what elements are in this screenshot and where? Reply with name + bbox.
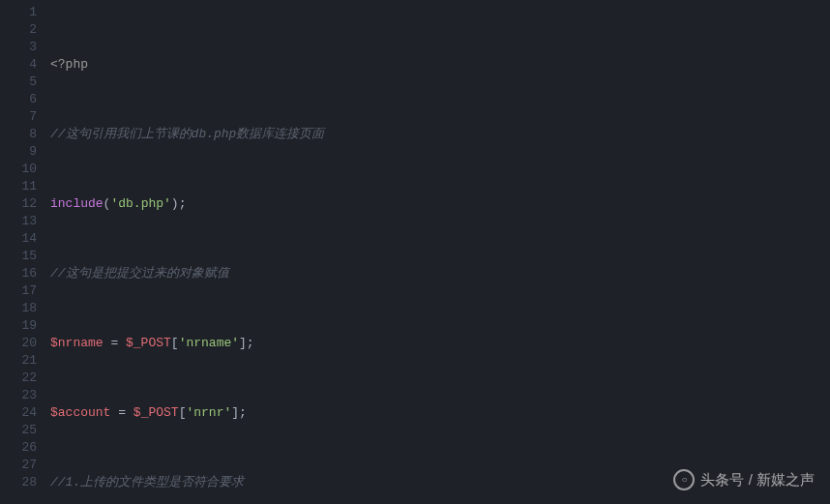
line-number: 3 xyxy=(0,39,37,56)
line-number: 8 xyxy=(0,126,37,143)
line-number: 6 xyxy=(0,91,37,108)
line-number: 23 xyxy=(0,387,37,404)
line-number: 20 xyxy=(0,335,37,352)
line-number: 7 xyxy=(0,108,37,126)
line-number: 22 xyxy=(0,370,37,387)
line-number: 16 xyxy=(0,265,37,282)
line-number: 21 xyxy=(0,352,37,370)
line-number: 9 xyxy=(0,143,37,161)
code-line: //这句是把提交过来的对象赋值 xyxy=(50,265,824,282)
line-number: 26 xyxy=(0,439,37,457)
line-number: 28 xyxy=(0,474,37,491)
code-editor: 1234567891011121314151617181920212223242… xyxy=(0,0,830,504)
line-number: 15 xyxy=(0,248,37,265)
code-line: //这句引用我们上节课的db.php数据库连接页面 xyxy=(50,126,824,143)
php-open-tag: <?php xyxy=(50,57,88,72)
include-keyword: include xyxy=(50,196,104,211)
code-line: //1.上传的文件类型是否符合要求 xyxy=(50,474,824,491)
code-area: <?php //这句引用我们上节课的db.php数据库连接页面 include(… xyxy=(50,4,830,504)
line-number: 10 xyxy=(0,161,37,178)
line-number: 17 xyxy=(0,282,37,300)
line-number: 18 xyxy=(0,300,37,317)
line-number: 11 xyxy=(0,178,37,195)
line-number: 27 xyxy=(0,457,37,474)
line-number: 19 xyxy=(0,317,37,335)
code-line: <?php xyxy=(50,56,824,74)
line-number: 14 xyxy=(0,230,37,248)
line-number: 1 xyxy=(0,4,37,21)
code-line: include('db.php'); xyxy=(50,195,824,213)
line-gutter: 1234567891011121314151617181920212223242… xyxy=(0,4,50,504)
line-number: 25 xyxy=(0,422,37,439)
line-number: 13 xyxy=(0,213,37,230)
line-number: 5 xyxy=(0,74,37,91)
comment: //这句是把提交过来的对象赋值 xyxy=(50,266,229,281)
comment: //1.上传的文件类型是否符合要求 xyxy=(50,475,244,489)
code-line: $nrname = $_POST['nrname']; xyxy=(50,335,824,352)
comment: //这句引用我们上节课的db.php数据库连接页面 xyxy=(50,127,324,141)
line-number: 24 xyxy=(0,404,37,422)
line-number: 2 xyxy=(0,21,37,39)
line-number: 12 xyxy=(0,195,37,213)
code-line: $account = $_POST['nrnr']; xyxy=(50,404,824,422)
line-number: 4 xyxy=(0,56,37,74)
